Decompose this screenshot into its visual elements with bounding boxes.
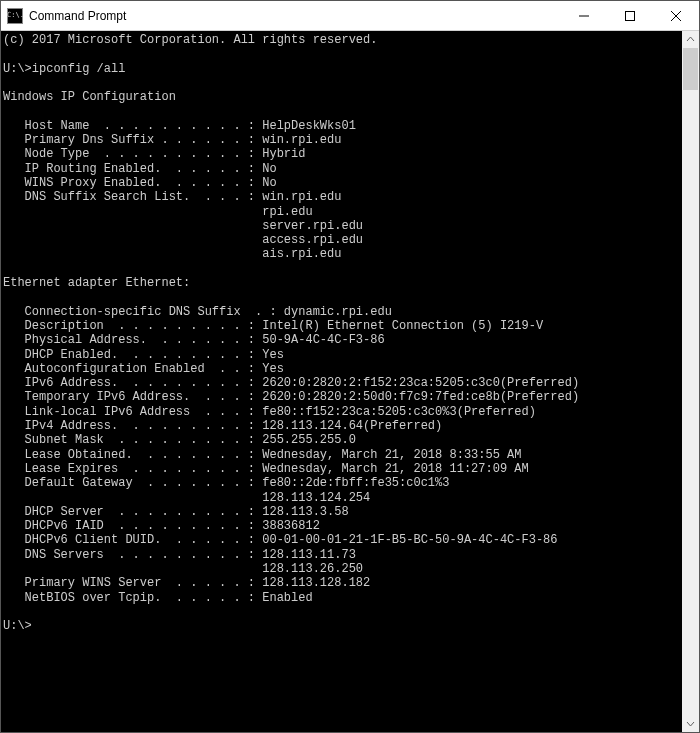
client-area: (c) 2017 Microsoft Corporation. All righ… bbox=[1, 31, 699, 732]
chevron-down-icon bbox=[686, 719, 695, 728]
titlebar[interactable]: C:\. Command Prompt bbox=[1, 1, 699, 31]
scroll-down-button[interactable] bbox=[682, 715, 699, 732]
scroll-up-button[interactable] bbox=[682, 31, 699, 48]
close-icon bbox=[671, 11, 681, 21]
maximize-button[interactable] bbox=[607, 1, 653, 30]
app-icon: C:\. bbox=[7, 8, 23, 24]
scroll-track[interactable] bbox=[682, 48, 699, 715]
scrollbar-vertical[interactable] bbox=[682, 31, 699, 732]
minimize-icon bbox=[579, 11, 589, 21]
close-button[interactable] bbox=[653, 1, 699, 30]
window-title: Command Prompt bbox=[29, 9, 126, 23]
maximize-icon bbox=[625, 11, 635, 21]
scroll-thumb[interactable] bbox=[683, 48, 698, 90]
terminal-output[interactable]: (c) 2017 Microsoft Corporation. All righ… bbox=[1, 31, 682, 732]
window-frame: C:\. Command Prompt (c) 2017 Microsoft C… bbox=[0, 0, 700, 733]
chevron-up-icon bbox=[686, 35, 695, 44]
minimize-button[interactable] bbox=[561, 1, 607, 30]
svg-rect-0 bbox=[626, 11, 635, 20]
